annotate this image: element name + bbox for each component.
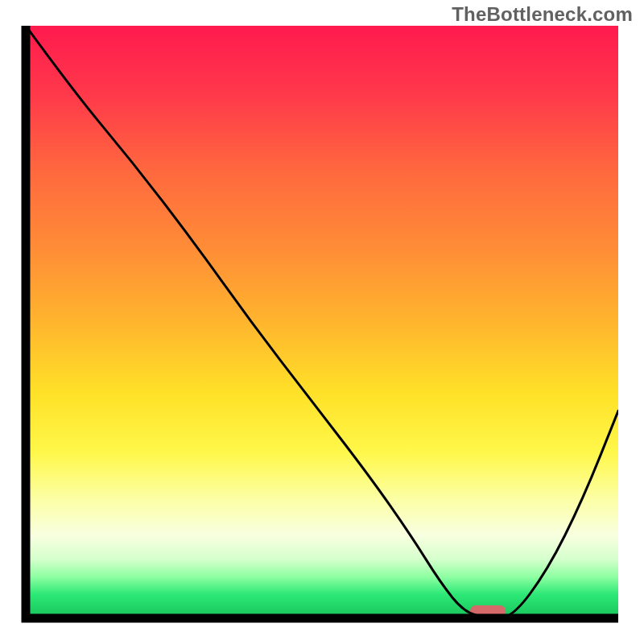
chart-frame: TheBottleneck.com bbox=[0, 0, 644, 644]
chart-svg bbox=[0, 0, 644, 644]
plot-background bbox=[26, 26, 618, 618]
